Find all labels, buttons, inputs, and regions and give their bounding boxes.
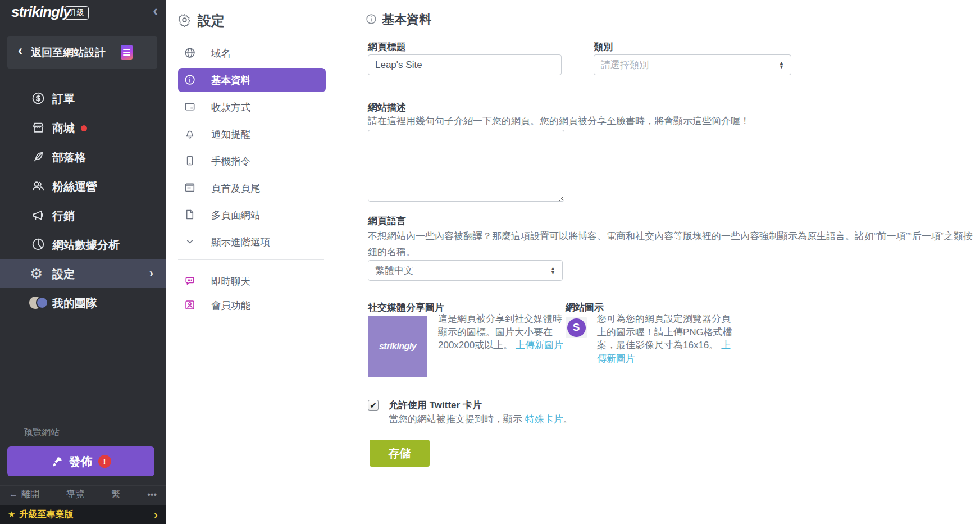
select-arrows-icon: ▲▼ [550, 267, 555, 275]
site-thumbnail-icon [121, 45, 133, 60]
back-label: 返回至網站設計 [31, 45, 106, 60]
tour-button[interactable]: 導覽 [66, 489, 84, 500]
sidebar-item-audience[interactable]: 粉絲運營 [0, 171, 166, 201]
settings-nav-item-payments[interactable]: 收款方式 [178, 95, 326, 119]
upgrade-to-pro-bar[interactable]: ★ 升級至專業版 › [0, 505, 166, 524]
site-language-label: 網頁語言 [368, 215, 406, 227]
notification-dot [81, 125, 87, 131]
language-switch-button[interactable]: 繁 [111, 489, 120, 500]
sidebar-item-orders[interactable]: 訂單 [0, 84, 166, 113]
settings-title: 設定 [198, 12, 225, 30]
share-image-label: 社交媒體分享圖片 [368, 301, 444, 314]
sidebar-item-marketing[interactable]: 行銷 [0, 201, 166, 230]
collapse-sidebar-icon[interactable]: ‹ [153, 2, 158, 20]
arrow-left-icon: ← [9, 489, 18, 499]
globe-icon [184, 47, 196, 59]
basic-info-panel: 基本資料 網頁標題 類別 請選擇類別 ▲▼ 網站描述 請在這裡用幾句句子介紹一下… [349, 0, 980, 524]
settings-nav-item-multi-page[interactable]: 多頁面網站 [178, 203, 326, 227]
share-image-desc: 這是網頁被分享到社交媒體時顯示的圖標。圖片大小要在200x200或以上。 上傳新… [438, 312, 565, 352]
credit-card-icon [184, 101, 196, 113]
select-arrows-icon: ▲▼ [779, 61, 784, 69]
gear-icon [177, 13, 192, 27]
dollar-circle-icon [31, 91, 45, 106]
special-card-link[interactable]: 特殊卡片 [525, 414, 563, 425]
more-options-icon[interactable]: ••• [147, 490, 157, 500]
back-to-site-editor-button[interactable]: ‹ 返回至網站設計 [7, 36, 157, 69]
leave-button[interactable]: ←離開 [9, 489, 39, 500]
users-icon [31, 179, 45, 193]
sidebar-item-blog[interactable]: 部落格 [0, 142, 166, 171]
app-sidebar: strikingly 升級 ‹ ‹ 返回至網站設計 訂單 商城 部落格 粉絲運營… [0, 0, 166, 524]
gear-icon: ⚙ [30, 265, 43, 282]
save-button[interactable]: 存儲 [370, 440, 430, 467]
twitter-card-checkbox[interactable]: ✔ [368, 400, 379, 411]
page-icon [184, 208, 196, 221]
team-avatar-2 [36, 297, 48, 309]
sidebar-item-settings[interactable]: ⚙ 設定 › [0, 259, 166, 288]
site-description-help: 請在這裡用幾句句子介紹一下您的網頁。您的網頁被分享至臉書時，將會顯示這些簡介喔！ [368, 115, 750, 127]
header-footer-icon [184, 181, 196, 194]
settings-nav-item-membership[interactable]: 會員功能 [178, 293, 326, 317]
storefront-icon [31, 120, 45, 135]
category-select[interactable]: 請選擇類別 ▲▼ [594, 54, 791, 75]
publish-alert-badge: ! [98, 455, 111, 468]
bell-icon [184, 127, 196, 140]
upload-share-image-link[interactable]: 上傳新圖片 [516, 340, 563, 350]
member-card-icon [184, 299, 196, 311]
site-title-input[interactable] [368, 54, 562, 75]
sidebar-item-analytics[interactable]: 網站數據分析 [0, 230, 166, 259]
chevron-left-icon: ‹ [18, 43, 22, 58]
feather-icon [31, 149, 45, 164]
sidebar-item-my-team[interactable]: 我的團隊 [0, 288, 166, 317]
settings-nav-item-advanced-options[interactable]: 顯示進階選項 [178, 230, 326, 254]
upgrade-badge[interactable]: 升級 [65, 6, 89, 20]
settings-nav-item-mobile-actions[interactable]: 手機指令 [178, 149, 326, 173]
info-circle-icon [184, 74, 196, 86]
twitter-card-desc: 當您的網站被推文提到時，顯示 特殊卡片。 [389, 413, 669, 426]
search-icon [24, 427, 34, 438]
site-language-help: 不想網站內一些內容被翻譯？那麼這項設置可以將博客、電商和社交內容等版塊裡的一些內… [368, 229, 978, 260]
megaphone-icon [31, 208, 45, 222]
sidebar-footer: ←離開 導覽 繁 ••• [0, 485, 166, 503]
settings-nav-item-live-chat[interactable]: 即時聊天 [178, 269, 326, 293]
chevron-right-icon: › [154, 508, 158, 521]
chevron-down-icon [184, 235, 196, 248]
language-select[interactable]: 繁體中文 ▲▼ [368, 260, 563, 281]
page-title: 基本資料 [382, 11, 431, 28]
category-label: 類別 [594, 40, 613, 53]
publish-button[interactable]: 發佈 ! [7, 446, 154, 476]
favicon-preview: S [566, 317, 587, 338]
chat-bubble-icon [184, 275, 196, 287]
favicon-desc: 您可為您的網頁設定瀏覽器分頁上的圖示喔！請上傳PNG格式檔案，最佳影像尺寸為16… [597, 312, 737, 365]
pie-chart-icon [31, 237, 45, 252]
share-image-preview: strikingly [368, 316, 427, 377]
settings-nav-item-basic-info[interactable]: 基本資料 [178, 68, 326, 92]
mobile-phone-icon [184, 154, 196, 167]
settings-nav-item-notifications[interactable]: 通知提醒 [178, 122, 326, 146]
settings-nav-item-header-footer[interactable]: 頁首及頁尾 [178, 176, 326, 200]
divider [178, 259, 324, 260]
info-circle-icon [365, 13, 377, 25]
sidebar-item-store[interactable]: 商城 [0, 113, 166, 142]
site-title-label: 網頁標題 [368, 40, 406, 53]
twitter-card-label: 允許使用 Twitter 卡片 [389, 399, 482, 412]
strikingly-settings-page: strikingly 升級 ‹ ‹ 返回至網站設計 訂單 商城 部落格 粉絲運營… [0, 0, 980, 524]
rocket-icon [51, 455, 63, 468]
favicon-letter: S [567, 318, 586, 337]
settings-nav: 設定 域名 基本資料 收款方式 通知提醒 手機指令 頁首及頁尾 多頁面網站 [166, 0, 349, 524]
site-description-textarea[interactable] [368, 130, 564, 202]
site-description-label: 網站描述 [368, 101, 406, 114]
strikingly-logo: strikingly [11, 3, 71, 21]
preview-site-button[interactable]: 預覽網站 [8, 425, 60, 440]
settings-nav-item-domain[interactable]: 域名 [178, 41, 326, 65]
star-icon: ★ [8, 509, 15, 520]
chevron-right-icon: › [149, 266, 153, 281]
